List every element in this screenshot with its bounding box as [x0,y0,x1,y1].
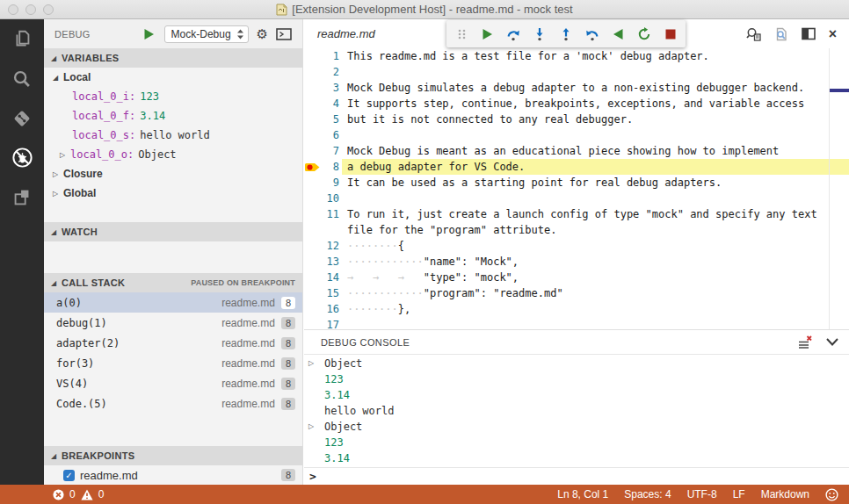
editor-line[interactable]: 17 [304,317,849,329]
editor-line[interactable]: 2 [304,64,849,80]
editor-line[interactable]: 1This readme.md is a test file for a 'mo… [304,48,849,64]
watch-section-header[interactable]: ◢ WATCH [44,222,302,241]
breakpoint-gutter[interactable] [304,96,320,112]
breakpoint-gutter[interactable] [304,127,320,143]
open-preview-button[interactable] [746,27,761,41]
scope-global[interactable]: ▷ Global [44,184,302,203]
variable-local-0-s[interactable]: local_0_s: hello world [44,126,302,145]
breakpoint-item[interactable]: ✓ readme.md 8 [44,465,302,485]
editor-line[interactable]: 5but it is not connected to any real deb… [304,112,849,127]
restart-button[interactable] [637,27,651,41]
scope-closure[interactable]: ▷ Closure [44,164,302,184]
stack-frame[interactable]: Code.(5) readme.md 8 [44,393,302,414]
activity-explorer[interactable] [0,19,44,59]
breakpoint-gutter[interactable] [304,238,320,254]
editor-line-current[interactable]: 8a debug adapter for VS Code. [304,159,849,175]
scope-local[interactable]: ◢ Local [44,68,302,87]
line-number[interactable]: 9 [320,175,339,191]
line-number[interactable]: 15 [320,285,339,301]
reverse-continue-button[interactable] [612,27,625,41]
activity-search[interactable] [0,59,44,98]
collapse-panel-chevron-icon[interactable] [826,338,838,346]
line-number[interactable]: 10 [320,191,339,206]
editor-line[interactable]: 9It can be used as a starting point for … [304,175,849,191]
activity-debug[interactable] [0,138,44,177]
configure-gear-icon[interactable]: ⚙ [257,27,268,41]
breakpoints-section-header[interactable]: ◢ BREAKPOINTS [44,446,302,465]
editor-line[interactable]: 13············"name": "Mock", [304,254,849,270]
editor-line[interactable]: 14→ → → "type": "mock", [304,270,849,285]
clear-console-icon[interactable] [798,335,812,349]
editor-line[interactable]: 11To run it, just create a launch config… [304,206,849,222]
feedback-smiley-icon[interactable] [825,488,838,501]
line-number[interactable]: 5 [320,112,339,127]
continue-button[interactable] [481,27,494,41]
variables-section-header[interactable]: ◢ VARIABLES [44,48,302,68]
breakpoint-gutter[interactable] [304,254,320,270]
split-editor-button[interactable] [802,27,816,40]
step-over-button[interactable] [506,27,520,41]
breakpoint-gutter[interactable] [304,48,320,64]
editor-line[interactable]: 3Mock Debug simulates a debug adapter to… [304,80,849,96]
variable-local-0-f[interactable]: local_0_f: 3.14 [44,106,302,126]
breakpoint-checkbox[interactable]: ✓ [63,470,75,481]
call-stack-section-header[interactable]: ◢ CALL STACK PAUSED ON BREAKPOINT [44,273,302,292]
breakpoint-gutter[interactable] [304,270,320,285]
editor-line-wrap[interactable]: file for the "program" attribute. [304,222,849,238]
editor-body[interactable]: 1This readme.md is a test file for a 'mo… [304,48,849,329]
stack-frame[interactable]: VS(4) readme.md 8 [44,373,302,393]
line-number[interactable]: 4 [320,96,339,112]
stack-frame[interactable]: debug(1) readme.md 8 [44,313,302,333]
line-number[interactable]: 6 [320,127,339,143]
editor-line[interactable]: 4It supports step, continue, breakpoints… [304,96,849,112]
step-out-button[interactable] [559,27,573,41]
activity-source-control[interactable] [0,98,44,138]
breakpoint-gutter[interactable] [304,80,320,96]
breakpoint-gutter[interactable] [304,206,320,222]
breakpoint-gutter[interactable] [304,143,320,159]
encoding[interactable]: UTF-8 [687,488,717,500]
launch-config-select[interactable]: Mock-Debug [164,25,249,43]
line-number[interactable]: 16 [320,301,339,317]
line-number[interactable]: 14 [320,270,339,285]
console-input[interactable]: > [304,467,849,485]
console-entry-object[interactable]: ▷Object [304,356,849,371]
console-entry-object[interactable]: ▷Object [304,419,849,435]
editor-line[interactable]: 16········}, [304,301,849,317]
editor-line[interactable]: 10 [304,191,849,206]
line-number[interactable]: 12 [320,238,339,254]
eol-setting[interactable]: LF [733,488,745,500]
find-in-file-button[interactable] [774,27,788,41]
stack-frame[interactable]: adapter(2) readme.md 8 [44,333,302,353]
line-number[interactable]: 7 [320,143,339,159]
editor-line[interactable]: 6 [304,127,849,143]
editor-line[interactable]: 7Mock Debug is meant as an educational p… [304,143,849,159]
breakpoint-gutter[interactable] [304,175,320,191]
line-number[interactable]: 11 [320,206,339,222]
editor-line[interactable]: 12········{ [304,238,849,254]
variable-local-0-o[interactable]: ▷ local_0_o: Object [44,145,302,164]
breakpoint-gutter[interactable] [304,301,320,317]
line-number[interactable]: 13 [320,254,339,270]
activity-extensions[interactable] [0,177,44,217]
line-number[interactable]: 1 [320,48,339,64]
cursor-position[interactable]: Ln 8, Col 1 [557,488,608,500]
indentation-setting[interactable]: Spaces: 4 [624,488,671,500]
breakpoint-gutter[interactable] [304,64,320,80]
stop-button[interactable] [664,27,677,41]
start-debug-button[interactable] [142,27,156,41]
line-number[interactable] [320,222,339,238]
line-number[interactable]: 2 [320,64,339,80]
close-editor-icon[interactable]: × [829,27,837,41]
breakpoint-gutter[interactable] [304,159,320,175]
problems-status[interactable]: 0 0 [53,488,104,500]
step-into-button[interactable] [533,27,547,41]
toolbar-drag-grip[interactable] [455,27,468,41]
step-back-button[interactable] [585,27,599,41]
language-mode[interactable]: Markdown [761,488,809,500]
stack-frame[interactable]: for(3) readme.md 8 [44,353,302,373]
breakpoint-gutter[interactable] [304,285,320,301]
open-debug-console-icon[interactable] [276,28,292,40]
breakpoint-gutter[interactable] [304,317,320,329]
breakpoint-gutter[interactable] [304,222,320,238]
